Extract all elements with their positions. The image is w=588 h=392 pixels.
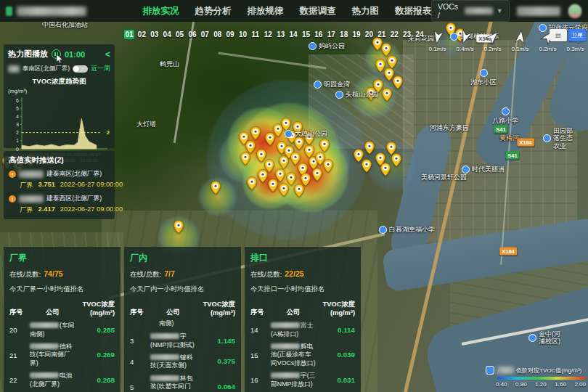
satellite-button[interactable]: 卫星	[568, 29, 586, 41]
online-value: 22/25	[285, 269, 303, 278]
map-label: 明园金湾	[314, 80, 350, 89]
hour-07[interactable]: 07	[200, 30, 210, 39]
road-badge: S41	[505, 152, 519, 160]
monitor-pin[interactable]	[312, 168, 322, 181]
legend-label: 色阶对应TVOC值(mg/m³)	[516, 367, 581, 375]
table-row[interactable]: 15辉电池(正极涂布车间VOCs排放口)0.039	[250, 343, 355, 367]
tab-热力图[interactable]: 热力图	[352, 5, 380, 17]
table-row[interactable]: 21德科技(车间南侧厂界)0.269	[9, 343, 115, 367]
hour-16[interactable]: 16	[314, 30, 324, 39]
poi-icon	[502, 107, 510, 115]
poi-icon	[335, 91, 343, 99]
hour-01[interactable]: 01	[124, 30, 134, 39]
hour-08[interactable]: 08	[213, 30, 223, 39]
hour-21[interactable]: 21	[377, 30, 387, 39]
col-no: 序号	[250, 308, 269, 317]
table-row[interactable]: 14富士(A栋排口)0.114	[250, 322, 355, 338]
monitor-pin[interactable]	[380, 163, 391, 176]
voc-factory-select[interactable]: VOCs / ▼	[431, 0, 510, 22]
hour-03[interactable]: 03	[150, 30, 160, 39]
monitor-pin[interactable]	[319, 139, 330, 152]
cursor-icon	[56, 54, 63, 63]
hour-10[interactable]: 10	[238, 30, 248, 39]
map-label: 时代美丽洲	[462, 165, 505, 174]
monitor-pin[interactable]	[279, 183, 289, 197]
push-item[interactable]: ! 建泰南区(北侧厂界) 厂界 3.751 2022-06-27 09:00:0…	[9, 170, 110, 190]
monitor-pin[interactable]	[258, 169, 268, 183]
hour-12[interactable]: 12	[263, 30, 273, 39]
online-value: 7/7	[164, 269, 175, 278]
row-value: 0.285	[77, 326, 115, 335]
row-value: 0.269	[77, 351, 115, 359]
hour-05[interactable]: 05	[175, 30, 185, 39]
monitor-pin[interactable]	[247, 176, 257, 190]
monitor-pin[interactable]	[364, 141, 375, 155]
row-no: 14	[250, 326, 269, 334]
boundary-ranking-panel: 厂界 在线/总数:74/75 今天厂界一小时均值排名 序号 公司 TVOC浓度(…	[4, 247, 121, 392]
push-title: 高值实时推送(2)	[9, 155, 110, 166]
avatar[interactable]	[568, 4, 582, 19]
hour-22[interactable]: 22	[389, 30, 399, 39]
map-label: 美杨河景轩公园	[421, 173, 467, 182]
map-label: 鹤兜山	[160, 60, 179, 69]
tab-趋势分析[interactable]: 趋势分析	[195, 5, 232, 17]
online-label: 在线/总数:	[9, 270, 41, 278]
hour-15[interactable]: 15	[301, 30, 311, 39]
monitor-pin[interactable]	[362, 159, 372, 173]
table-row[interactable]: 3宇(NMP排口测试)1.145	[130, 332, 235, 349]
col-company: 公司	[269, 308, 317, 317]
roadmap-button[interactable]: ▤	[550, 29, 567, 41]
table-row[interactable]: 5林包装(吹塑车间门口)0.064	[130, 375, 235, 392]
push-type: 厂界	[20, 205, 33, 215]
map-label: 湖东小区	[470, 69, 497, 87]
table-row[interactable]: 16宇(三部NMP排放口)0.031	[250, 372, 355, 388]
col-no: 序号	[9, 308, 28, 317]
push-item[interactable]: ! 建泰西区(北侧厂界) 厂界 2.417 2022-06-27 09:00:0…	[9, 195, 110, 215]
hour-20[interactable]: 20	[364, 30, 374, 39]
table-row[interactable]: 22电池(北侧厂界)0.268	[9, 372, 115, 388]
monitor-pin[interactable]	[240, 152, 250, 166]
pause-button[interactable]	[52, 49, 61, 59]
hour-strip: 0102030405060708091011121314151617181920…	[124, 30, 425, 39]
hour-02[interactable]: 02	[136, 30, 147, 39]
map-label: 大灯塔	[136, 120, 156, 129]
collapse-chevron-icon[interactable]: <	[105, 49, 110, 60]
monitor-pin[interactable]	[391, 153, 401, 167]
heatmap-legend: 色阶对应TVOC值(mg/m³) 0.400.801.201.602.00	[486, 366, 586, 388]
tab-排放规律[interactable]: 排放规律	[248, 5, 284, 17]
monitor-pin[interactable]	[294, 184, 304, 197]
row-no: 3	[130, 337, 149, 345]
range-toggle[interactable]	[73, 65, 88, 73]
row-value: 0.114	[317, 326, 355, 335]
monitor-pin[interactable]	[250, 126, 261, 140]
hour-17[interactable]: 17	[326, 30, 336, 39]
push-value: 2.417	[38, 205, 55, 215]
monitor-pin[interactable]	[382, 88, 392, 102]
hour-09[interactable]: 09	[225, 30, 235, 39]
table-row[interactable]: 4键科技(天面东侧)0.375	[130, 354, 235, 370]
row-no: 20	[9, 326, 28, 334]
map-road	[219, 52, 327, 70]
monitor-pin[interactable]	[393, 75, 403, 89]
hour-11[interactable]: 11	[250, 30, 261, 39]
voc-prefix: VOCs /	[438, 2, 461, 20]
legend-gradient-bar	[497, 377, 586, 380]
monitor-pin[interactable]	[323, 159, 333, 173]
hour-13[interactable]: 13	[276, 30, 286, 39]
blurred-text	[271, 322, 300, 328]
hour-18[interactable]: 18	[339, 30, 349, 39]
hour-19[interactable]: 19	[351, 30, 362, 39]
tab-数据调查[interactable]: 数据调查	[300, 5, 336, 17]
monitor-pin[interactable]	[268, 179, 278, 192]
hour-06[interactable]: 06	[187, 30, 197, 39]
monitor-pin[interactable]	[211, 181, 221, 195]
hour-14[interactable]: 14	[288, 30, 298, 39]
table-row[interactable]: 20(车间南侧)0.285	[9, 322, 115, 338]
tab-数据报表[interactable]: 数据报表	[395, 5, 431, 17]
hour-24[interactable]: 24	[415, 30, 425, 39]
hour-04[interactable]: 04	[162, 30, 172, 39]
hour-23[interactable]: 23	[402, 30, 412, 39]
tab-排放实况[interactable]: 排放实况	[143, 5, 179, 17]
app-logo-icon	[6, 7, 12, 16]
monitor-pin[interactable]	[173, 220, 184, 234]
